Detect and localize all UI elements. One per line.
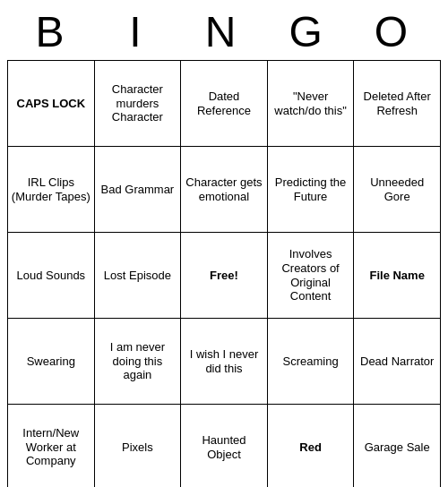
- bingo-cell: Dated Reference: [181, 61, 268, 147]
- bingo-cell: Deleted After Refresh: [354, 61, 441, 147]
- bingo-cell: IRL Clips (Murder Tapes): [8, 147, 95, 233]
- bingo-cell: Lost Episode: [94, 233, 181, 319]
- bingo-cell: CAPS LOCK: [8, 61, 95, 147]
- table-row: Intern/New Worker at CompanyPixelsHaunte…: [8, 405, 441, 488]
- table-row: SwearingI am never doing this againI wis…: [8, 319, 441, 405]
- title-letter: G: [267, 7, 352, 56]
- bingo-cell: I am never doing this again: [94, 319, 181, 405]
- bingo-cell: Involves Creators of Original Content: [267, 233, 354, 319]
- bingo-title: BINGO: [7, 7, 441, 56]
- bingo-cell: Swearing: [8, 319, 95, 405]
- bingo-cell: Garage Sale: [354, 405, 441, 488]
- bingo-cell: Loud Sounds: [8, 233, 95, 319]
- bingo-cell: Unneeded Gore: [354, 147, 441, 233]
- bingo-cell: Pixels: [94, 405, 181, 488]
- title-letter: I: [96, 7, 181, 56]
- bingo-cell: Haunted Object: [181, 405, 268, 488]
- table-row: IRL Clips (Murder Tapes)Bad GrammarChara…: [8, 147, 441, 233]
- bingo-cell: "Never watch/do this": [267, 61, 354, 147]
- bingo-cell: Predicting the Future: [267, 147, 354, 233]
- table-row: CAPS LOCKCharacter murders CharacterDate…: [8, 61, 441, 147]
- title-letter: O: [352, 7, 437, 56]
- bingo-cell: Red: [267, 405, 354, 488]
- bingo-cell: File Name: [354, 233, 441, 319]
- bingo-cell: Bad Grammar: [94, 147, 181, 233]
- title-letter: B: [11, 7, 96, 56]
- bingo-cell: Free!: [181, 233, 268, 319]
- bingo-cell: Dead Narrator: [354, 319, 441, 405]
- bingo-cell: I wish I never did this: [181, 319, 268, 405]
- table-row: Loud SoundsLost EpisodeFree!Involves Cre…: [8, 233, 441, 319]
- bingo-cell: Character gets emotional: [181, 147, 268, 233]
- title-letter: N: [181, 7, 266, 56]
- bingo-cell: Intern/New Worker at Company: [8, 405, 95, 488]
- bingo-cell: Screaming: [267, 319, 354, 405]
- bingo-cell: Character murders Character: [94, 61, 181, 147]
- bingo-grid: CAPS LOCKCharacter murders CharacterDate…: [7, 60, 441, 487]
